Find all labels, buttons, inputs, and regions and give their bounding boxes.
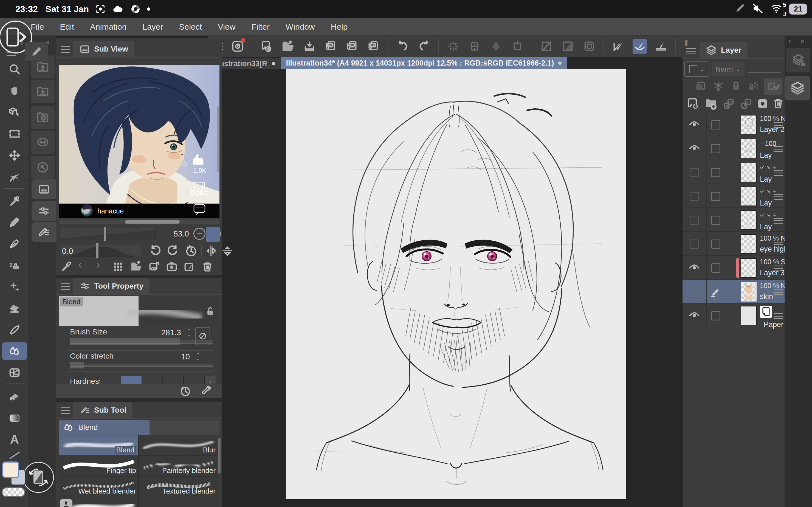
eraser-tool[interactable] [2,299,27,317]
menu-window[interactable]: Window [286,22,315,32]
zoom-slider[interactable] [60,228,156,240]
sub-tool-group-blend[interactable]: Blend [59,420,150,435]
layer-grip[interactable] [773,192,783,202]
wrench-settings-button[interactable] [200,385,212,397]
prev-image-button[interactable]: ‹ [78,259,82,271]
sub-view-hscrollbar[interactable] [59,220,220,224]
menu-edit[interactable]: Edit [60,22,74,32]
export-jpg-button[interactable]: jpg [324,39,338,54]
export-png-button[interactable]: png [345,39,359,54]
delete-image-button[interactable] [201,260,214,273]
hand-tool[interactable] [2,82,27,99]
menu-animation[interactable]: Animation [90,22,126,32]
canvas-document[interactable] [286,69,626,499]
expand-right-icon[interactable]: › [789,37,791,45]
dock-download-folder[interactable] [31,80,55,103]
color-stretch-slider[interactable] [70,364,213,367]
inking-pen-tool[interactable] [2,235,27,252]
sub-view-tab[interactable]: Sub View [73,41,134,57]
layer-grip[interactable] [773,288,783,297]
brush-size-slider[interactable] [70,340,213,343]
rotate-canvas-button[interactable] [22,461,55,494]
layer-grip[interactable] [773,312,783,321]
layer-row-draft1[interactable]: 100 Lay [683,137,785,160]
new-folder-button[interactable] [704,97,718,110]
snap-to-ruler-button[interactable] [611,39,626,54]
menu-layer[interactable]: Layer [142,22,163,32]
menu-select[interactable]: Select [179,22,202,32]
reselect-button[interactable] [467,39,482,54]
tool-palette-tab[interactable] [25,42,48,61]
tool-property-menu-icon[interactable] [61,281,70,292]
thumbnail-grid-button[interactable] [112,261,124,273]
color-stretch-spinner[interactable]: ⌃⌄ [196,353,200,360]
next-image-button[interactable]: › [96,259,100,271]
sub-view-vscrollbar[interactable] [217,106,219,172]
sub-tool-vscrollbar[interactable] [218,438,221,473]
undo-button[interactable] [396,39,410,54]
dock-layer-property-tab[interactable] [786,48,810,72]
move-layer-tool[interactable] [2,147,27,164]
unlock-icon[interactable] [205,305,216,317]
flip-horizontal-button[interactable] [205,244,218,257]
fit-to-view-button[interactable] [206,227,220,242]
rotation-slider[interactable]: 0.0 [60,244,142,257]
subtool-blur[interactable]: Blur [138,435,218,456]
operation-tool[interactable] [2,103,27,120]
deselect-button[interactable] [446,39,460,54]
layer-menu-icon[interactable] [686,46,696,56]
subtool-blend[interactable]: Blend [59,435,138,456]
selection-area-icon[interactable] [582,39,596,54]
hide-unchecked-layers-button[interactable] [764,78,782,95]
menu-help[interactable]: Help [331,22,348,32]
new-canvas-button[interactable] [259,39,274,54]
layer-row-skin-selected[interactable]: 100%Normal skin [683,280,785,303]
brush-tool[interactable] [2,321,27,339]
lock-transparent-pixels-button[interactable] [747,80,760,93]
dock-sub-tool-tab[interactable] [32,222,56,242]
layer-thumbnail-dropdown[interactable]: ⌄ [684,61,709,77]
layer-grip[interactable] [773,121,783,130]
blend-mode-dropdown[interactable]: Norm⌄ [712,62,745,76]
zoom-tool[interactable] [2,60,27,78]
rotate-ccw-button[interactable] [149,244,162,257]
dock-tool-property-tab[interactable] [32,202,56,221]
layer-row-draft3[interactable]: Lay [683,185,785,208]
sub-tool-tab[interactable]: Sub Tool [73,402,132,418]
expand-all-right-icon[interactable]: » [801,37,804,45]
layer-row-draft4[interactable]: Lay [683,209,785,232]
layer-row-draft2[interactable]: Lay [683,161,785,184]
foreground-color-swatch[interactable] [2,461,19,478]
new-layer-button[interactable] [687,97,700,110]
dock-back-jump-icon[interactable] [31,156,55,179]
layer-grip[interactable] [773,240,783,249]
layer-panel-tab[interactable]: Layer [700,42,748,58]
layer-opacity-slider[interactable] [748,65,781,73]
airbrush-tool[interactable] [2,257,27,274]
dock-layer-tab-active[interactable] [785,76,810,100]
auto-select-tool[interactable] [2,168,27,185]
rotation-slider-thumb[interactable] [96,243,99,259]
layer-row-paper[interactable]: Paper [683,304,785,327]
selection-pen-icon[interactable] [539,39,554,54]
pen-tool[interactable] [2,214,27,231]
subtool-copy-stamp[interactable]: Copy stamp [59,497,138,507]
layer-row-layer3[interactable]: 100%Scree Layer 3 [683,256,785,280]
transform-button[interactable] [510,39,524,54]
doc-tab-illustration34[interactable]: Illustration34* (A4 9921 x 14031px 1200d… [281,57,567,69]
dock-sub-view-tab[interactable] [32,179,56,199]
dock-sync-icon[interactable] [31,130,55,154]
reset-rotation-button[interactable] [185,244,198,257]
sub-view-image[interactable]: 1.9K Dislike hanacue [59,65,220,218]
transfer-to-layer-button[interactable] [740,97,753,110]
gradient-tool[interactable] [2,409,27,427]
sub-view-menu-icon[interactable] [61,45,70,55]
edit-in-canvas-button[interactable] [183,260,195,273]
fill-tool[interactable] [2,388,27,405]
decoration-tool[interactable] [2,278,27,296]
text-tool[interactable]: A [2,431,27,448]
layer-grip[interactable] [773,168,783,177]
layer-row-eye-highlights[interactable]: 100%N eye highlights [683,232,785,256]
brush-size-spinner[interactable]: ⌃⌄ [187,329,191,336]
layer-grip[interactable] [773,145,783,154]
